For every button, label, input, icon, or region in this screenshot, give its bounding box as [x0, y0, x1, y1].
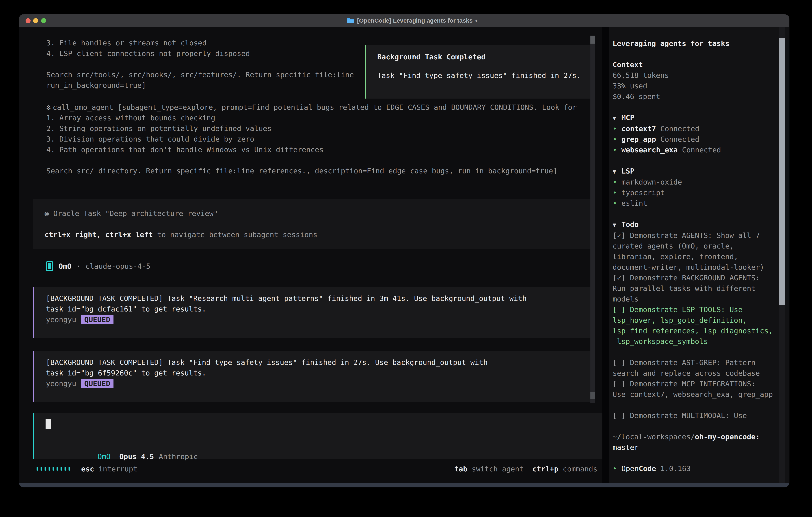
app-window: [OpenCode] Leveraging agents for tasks ◐… [19, 15, 789, 487]
status-dot-icon: • [613, 144, 621, 155]
todo-item: [✓] Demonstrate BACKGROUND AGENTS: Run p… [613, 272, 789, 304]
status-badge: QUEUED [81, 315, 114, 324]
message-line: [BACKGROUND TASK COMPLETED] Task "Resear… [46, 293, 594, 304]
chevron-down-icon: ▼ [613, 113, 621, 124]
version-row: •OpenCode 1.0.163 [613, 463, 789, 474]
output-line: 3. Division operations that could divide… [46, 134, 577, 144]
status-badge: QUEUED [81, 379, 114, 388]
output-line: 2. String operations on potentially unde… [46, 123, 577, 134]
context-spent: $0.46 spent [613, 91, 789, 102]
main-scrollbar-thumb-bottom[interactable] [590, 392, 595, 399]
oracle-icon: ◉ [45, 209, 49, 218]
tool-call-header: ⚙call_omo_agent [subagent_type=explore, … [46, 102, 577, 113]
workspace-branch: master [613, 442, 789, 453]
status-dot-icon: • [613, 463, 621, 474]
main-scrollbar-thumb-top[interactable] [590, 35, 595, 44]
status-dot-icon: • [613, 198, 621, 209]
tool-call-block: ⚙call_omo_agent [subagent_type=explore, … [46, 102, 577, 176]
minimize-button[interactable] [33, 18, 38, 23]
status-dot-icon: • [613, 124, 621, 134]
output-line: Search src/tools/, src/hooks/, src/featu… [46, 70, 354, 80]
context-heading: Context [613, 59, 789, 70]
message-line: task_id="bg_6f59260c" to get results. [46, 368, 594, 378]
tab-key-hint: tab [454, 465, 467, 473]
todo-item: [ ] Demonstrate MCP INTEGRATIONS: Use co… [613, 378, 789, 400]
oracle-task-hint: ctrl+x right, ctrl+x left to navigate be… [45, 229, 594, 240]
screen: [OpenCode] Leveraging agents for tasks ◐… [0, 0, 812, 517]
output-line: Search src/ directory. Return specific f… [46, 166, 577, 176]
notification-toast: Background Task Completed Task "Find typ… [365, 45, 593, 99]
tab-key-label: switch agent [472, 465, 524, 473]
lsp-section-header[interactable]: ▼LSP [613, 166, 789, 177]
model-label: Opus 4.5 [119, 453, 154, 461]
gear-icon: ⚙ [46, 103, 51, 111]
pane-divider [602, 27, 609, 483]
maximize-button[interactable] [41, 18, 46, 23]
main-scrollbar-track[interactable] [590, 35, 595, 403]
message-card: [BACKGROUND TASK COMPLETED] Task "Resear… [33, 287, 594, 338]
output-line: 4. Path operations that don't handle Win… [46, 144, 577, 155]
message-meta: yeongyuQUEUED [46, 378, 594, 389]
lsp-item: •eslint [613, 198, 789, 209]
terminal-output-block: 3. File handles or streams not closed 4.… [46, 37, 354, 90]
oracle-task-card: ◉Oracle Task "Deep architecture review" … [33, 199, 594, 249]
mcp-item: •grep_app Connected [613, 134, 789, 144]
text-cursor [46, 419, 51, 429]
todo-section-header[interactable]: ▼Todo [613, 219, 789, 230]
message-meta: yeongyuQUEUED [46, 314, 594, 325]
todo-item: [ ] Demonstrate AST-GREP: Pattern search… [613, 357, 789, 378]
ctrlp-key-hint: ctrl+p [532, 465, 558, 473]
message-author: yeongyu [46, 316, 76, 324]
todo-item: [✓] Demonstrate AGENTS: Show all 7 curat… [613, 230, 789, 272]
output-line: 4. LSP client connections not properly d… [46, 48, 354, 59]
agent-name: OmO [59, 262, 71, 270]
context-tokens: 66,518 tokens [613, 70, 789, 81]
esc-key-hint: esc [81, 465, 94, 473]
terminal-main: 3. File handles or streams not closed 4.… [19, 27, 602, 483]
todo-item: [ ] Demonstrate MULTIMODAL: Use [613, 410, 789, 421]
agent-model: claude-opus-4-5 [86, 262, 150, 270]
spinner-icon [36, 467, 70, 471]
notification-title: Background Task Completed [377, 52, 592, 62]
lsp-item: •typescript [613, 187, 789, 198]
oracle-task-title: ◉Oracle Task "Deep architecture review" [45, 208, 594, 219]
esc-key-label [94, 465, 98, 473]
window-title: [OpenCode] Leveraging agents for tasks ◐ [347, 15, 478, 27]
mcp-item: •context7 Connected [613, 124, 789, 134]
lsp-item: •markdown-oxide [613, 177, 789, 187]
prompt-input[interactable]: OmOOpus 4.5Anthropic [33, 413, 602, 459]
mcp-item: •websearch_exa Connected [613, 144, 789, 155]
active-agent-label: OmO [97, 453, 111, 461]
context-used: 33% used [613, 81, 789, 91]
session-title: Leveraging agents for tasks [613, 38, 789, 49]
message-author: yeongyu [46, 379, 76, 388]
mcp-section-header[interactable]: ▼MCP [613, 112, 789, 124]
chevron-down-icon: ▼ [613, 166, 621, 177]
status-bar: esc interrupt tab switch agent ctrl+p co… [19, 464, 602, 473]
output-line: 3. File handles or streams not closed [46, 37, 354, 48]
omo-agent-icon [46, 261, 53, 271]
folder-icon [347, 18, 354, 24]
window-footer [19, 483, 789, 487]
message-card: [BACKGROUND TASK COMPLETED] Task "Find t… [33, 351, 594, 402]
sidebar-scrollbar-thumb[interactable] [779, 38, 785, 305]
status-dot-icon: • [613, 134, 621, 144]
titlebar: [OpenCode] Leveraging agents for tasks ◐ [19, 15, 789, 27]
provider-label: Anthropic [159, 453, 198, 461]
chevron-down-icon: ▼ [613, 219, 621, 230]
separator-dot: · [76, 262, 81, 270]
sidebar: Leveraging agents for tasks Context 66,5… [609, 27, 789, 483]
window-title-text: [OpenCode] Leveraging agents for tasks [357, 17, 472, 24]
status-dot-icon: • [613, 187, 621, 198]
todo-item-active: [ ] Demonstrate LSP TOOLS: Use lsp_hover… [613, 304, 789, 347]
session-indicator-icon: ◐ [475, 18, 478, 24]
output-line: 1. Array access without bounds checking [46, 113, 577, 123]
status-dot-icon: • [613, 177, 621, 187]
workspace-path: ~/local-workspaces/oh-my-opencode: [613, 431, 789, 442]
ctrlp-key-label: commands [563, 465, 598, 473]
message-line: task_id="bg_dcfac161" to get results. [46, 304, 594, 314]
output-line: run_in_background=true] [46, 80, 354, 90]
close-button[interactable] [26, 18, 31, 23]
message-line: [BACKGROUND TASK COMPLETED] Task "Find t… [46, 357, 594, 368]
agent-header: OmO · claude-opus-4-5 [46, 260, 150, 272]
